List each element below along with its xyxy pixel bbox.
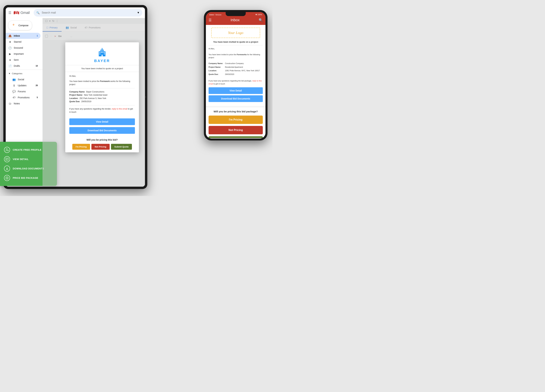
sidebar-item-sent[interactable]: ➤ Sent <box>6 57 41 63</box>
compose-button[interactable]: Compose <box>8 21 32 30</box>
phone-search-icon[interactable]: 🔍 <box>259 18 263 22</box>
modal-company-field: Company Name: Bayer Constructions <box>69 90 135 93</box>
sidebar-item-forums[interactable]: 💬 Forums <box>6 89 41 95</box>
modal-location-field: Location: 292 Park Avenue S, New York <box>69 97 135 100</box>
sidebar-item-social[interactable]: 👥 Social <box>6 76 41 82</box>
price-bid-label: PRICE BID PACKAGE <box>13 177 38 179</box>
view-detail-panel-icon <box>4 156 10 162</box>
modal-pricing-buttons: I'm Pricing Not Pricing Submit Quote <box>69 144 135 150</box>
modal-greeting: Hi Alex, <box>69 75 135 78</box>
sidebar-item-inbox[interactable]: 📥 Inbox 1 <box>6 33 41 39</box>
modal-intro-bold: Formwork <box>100 80 110 82</box>
phone-not-pricing-button[interactable]: Not Pricing <box>209 126 263 134</box>
phone-im-pricing-button[interactable]: I'm Pricing <box>209 115 263 124</box>
phone-greeting: Hi Alex, <box>209 47 263 50</box>
sidebar-starred-label: Starred <box>14 41 38 43</box>
bluetooth-icon: ✱ <box>255 13 257 16</box>
modal-intro: You have been invited to price the Formw… <box>69 80 135 86</box>
gmail-menu-icon[interactable]: ☰ <box>8 11 11 15</box>
modal-pricing-question: Will you be pricing this bid? <box>69 139 135 141</box>
phone-device: ●●●●○ Verizon 1:57 ✱ 100% ☰ Inbox 🔍 Your… <box>204 10 267 140</box>
categories-chevron[interactable]: ▼ <box>8 72 11 75</box>
phone-content: Your Logo You have been invited to quote… <box>206 25 266 138</box>
modal-download-button[interactable]: Download Bid Documents <box>69 127 135 134</box>
phone-pricing-question: Will you be pricing this bid package? <box>209 110 263 113</box>
sidebar-divider <box>6 70 43 70</box>
phone-menu-icon[interactable]: ☰ <box>209 18 211 22</box>
project-name-value: New York residential tower <box>84 94 107 96</box>
sidebar-item-notes[interactable]: 🗂 Notes <box>6 101 41 107</box>
list-icon <box>5 157 9 161</box>
modal-not-pricing-button[interactable]: Not Pricing <box>91 144 110 150</box>
phone-download-button[interactable]: Download Bid Documents <box>209 95 263 102</box>
quote-due-label: Quote Due: <box>69 100 81 103</box>
phone-location-label: Location: <box>209 69 224 72</box>
project-name-label: Project Name: <box>69 94 83 96</box>
gmail-logo: M Gmail <box>13 10 30 16</box>
svg-rect-13 <box>102 50 103 51</box>
gmail-search-input[interactable] <box>42 11 135 14</box>
tablet-camera <box>145 96 146 98</box>
modal-pricing-section: Will you be pricing this bid? I'm Pricin… <box>65 136 139 152</box>
modal-submit-quote-button[interactable]: Submit Quote <box>111 144 132 150</box>
gmail-email-list: ☐ ▼ ↻ ⋮ □ Primary 👥 Social 🏷 <box>43 18 145 187</box>
sidebar-item-updates[interactable]: ℹ Updates 26 <box>6 82 41 89</box>
modal-quote-due-field: Quote Due: 29/05/2019 <box>69 100 135 103</box>
sidebar-item-snoozed[interactable]: 🕐 Snoozed <box>6 45 41 51</box>
phone-quote-due-value: 29/03/2020 <box>225 73 234 76</box>
phone-pricing-section: Will you be pricing this bid package? I'… <box>206 107 266 138</box>
sidebar-item-starred[interactable]: ★ Starred <box>6 39 41 45</box>
modal-divider-2 <box>69 105 135 105</box>
sidebar-item-drafts[interactable]: 📄 Drafts 10 <box>6 63 41 69</box>
quote-due-value: 29/05/2019 <box>81 100 91 103</box>
sidebar-item-promotions[interactable]: 🏷 Promotions 5 <box>6 95 41 101</box>
inbox-icon: 📥 <box>8 34 12 37</box>
phone-question-text: If you have any questions regarding the … <box>209 79 263 85</box>
phone-location-value: 1381 Pride Avenue, NYC, New York 10017 <box>225 69 260 72</box>
modal-im-pricing-button[interactable]: I'm Pricing <box>72 144 90 150</box>
dollar-circle-icon: $ <box>5 176 9 180</box>
location-label: Location: <box>69 97 79 100</box>
create-profile-icon <box>4 147 10 153</box>
phone-logo-text: Your Logo <box>228 30 243 35</box>
gmail-logo-text: Gmail <box>20 11 30 15</box>
bayer-logo-text: BAYER <box>94 59 110 63</box>
phone-company-label: Company Name: <box>209 62 224 65</box>
download-icon <box>4 166 10 172</box>
svg-point-15 <box>6 149 7 150</box>
svg-rect-6 <box>99 52 100 53</box>
phone-company-value: Construction Company <box>225 62 244 65</box>
svg-rect-11 <box>104 54 105 54</box>
download-arrow-icon <box>5 167 9 170</box>
gmail-search-dropdown-icon[interactable]: ▼ <box>137 11 140 14</box>
svg-rect-12 <box>101 50 102 51</box>
create-profile-label: CREATE FREE PROFILE <box>13 149 42 151</box>
bayer-logo-svg <box>95 46 109 58</box>
gmail-search-icon: 🔍 <box>36 11 40 14</box>
snoozed-icon: 🕐 <box>8 46 12 49</box>
svg-rect-7 <box>101 52 102 53</box>
phone-email-body: Hi Alex, You have been invited to price … <box>209 47 263 85</box>
sidebar-item-important[interactable]: ▶ Important <box>6 51 41 57</box>
modal-reply-link[interactable]: reply to this email <box>112 108 127 110</box>
user-add-icon <box>5 148 9 151</box>
modal-project-field: Project Name: New York residential tower <box>69 93 135 97</box>
modal-question-text: If you have any questions regarding the … <box>69 107 135 114</box>
modal-body: Hi Alex, You have been invited to price … <box>65 72 139 119</box>
sidebar-sent-label: Sent <box>14 59 38 61</box>
modal-view-detail-button[interactable]: View Detail <box>69 118 135 125</box>
phone-submit-quote-button[interactable]: Submit Quote <box>209 136 263 138</box>
email-modal-overlay: BAYER You have been invited to quote on … <box>43 18 145 187</box>
phone-notch <box>226 12 246 16</box>
drafts-icon: 📄 <box>8 64 12 67</box>
svg-text:$: $ <box>6 177 7 179</box>
gmail-search-bar[interactable]: 🔍 ▼ <box>34 9 142 17</box>
phone-battery: ✱ 100% <box>255 13 262 16</box>
svg-text:M: M <box>14 10 18 15</box>
sidebar-updates-label: Updates <box>18 84 26 87</box>
phone-view-detail-button[interactable]: View Detail <box>209 87 263 94</box>
sent-icon: ➤ <box>8 58 12 61</box>
sidebar-important-label: Important <box>14 53 38 55</box>
sidebar-snoozed-label: Snoozed <box>14 47 38 49</box>
phone-screen: ●●●●○ Verizon 1:57 ✱ 100% ☰ Inbox 🔍 Your… <box>206 12 266 139</box>
